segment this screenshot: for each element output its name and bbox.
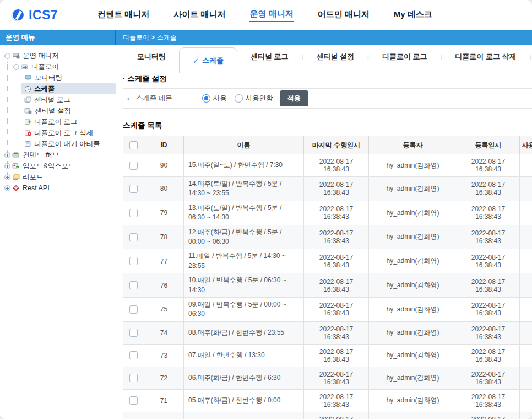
row-name: 15.매주(일~토) / 한번수행 / 7:30 bbox=[184, 154, 304, 177]
row-checkbox[interactable] bbox=[129, 209, 138, 217]
sidebar-item-label: 운영 매니저 bbox=[23, 51, 59, 61]
column-header-3: 등록자 bbox=[369, 136, 457, 154]
row-checkbox-cell bbox=[123, 412, 144, 419]
nav-item-0[interactable]: 컨텐트 매니저 bbox=[97, 9, 149, 22]
collapse-icon[interactable] bbox=[13, 64, 19, 70]
tab-4[interactable]: 디플로이 로그 bbox=[369, 52, 441, 62]
sidebar-item-9[interactable]: 컨텐트 허브 bbox=[0, 149, 116, 160]
sidebar-item-6[interactable]: 디플로이 로그 bbox=[0, 116, 116, 127]
row-name: 06.매주(화/금) / 한번수행 / 6:30 bbox=[184, 367, 304, 389]
sidebar-item-12[interactable]: Rest API bbox=[0, 182, 116, 194]
tab-label: 센티널 로그 bbox=[251, 52, 289, 62]
row-id: 76 bbox=[144, 273, 184, 298]
row-checkbox[interactable] bbox=[129, 162, 138, 170]
sidebar-item-10[interactable]: 임포트&익스포트 bbox=[0, 160, 116, 171]
row-registrant: hy_admin(김화영) bbox=[369, 249, 457, 273]
sidebar-item-label: 임포트&익스포트 bbox=[23, 162, 75, 171]
top-nav: 컨텐트 매니저사이트 매니저운영 매니저어드민 매니저My 데스크 bbox=[97, 9, 432, 22]
daemon-radio-option-1[interactable]: 사용안함 bbox=[235, 94, 273, 103]
settings-doc-icon bbox=[24, 108, 32, 114]
check-icon: ✓ bbox=[193, 57, 199, 65]
sidebar-item-8[interactable]: 디플로이 대기 아티클 bbox=[0, 138, 116, 149]
row-use bbox=[520, 412, 532, 419]
row-registrant: hy_admin(김화영) bbox=[369, 177, 457, 201]
nav-item-4[interactable]: My 데스크 bbox=[394, 9, 432, 22]
sidebar-item-2[interactable]: 모니터링 bbox=[0, 72, 116, 83]
apply-button[interactable]: 적용 bbox=[280, 90, 308, 106]
tab-0[interactable]: 모니터링 bbox=[124, 52, 179, 62]
tab-5[interactable]: 디플로이 로그 삭제 bbox=[442, 52, 529, 62]
table-row: 7408.매주(화/금) / 한번수행 / 23:552022-08-17 16… bbox=[123, 321, 532, 344]
table-row: 8014.매주(토/일) / 반복수행 / 5분 / 14:30 ~ 23:55… bbox=[123, 177, 532, 201]
row-checkbox-cell bbox=[123, 321, 144, 344]
row-id: 78 bbox=[144, 225, 184, 249]
column-header-5: 사용여부 bbox=[520, 136, 532, 154]
tab-2[interactable]: 센티널 로그 bbox=[237, 52, 302, 62]
row-checkbox[interactable] bbox=[129, 257, 138, 265]
sidebar-item-11[interactable]: 리포트 bbox=[0, 171, 116, 182]
row-id: 70 bbox=[144, 412, 184, 419]
sidebar-item-label: 디플로이 대기 아티클 bbox=[34, 139, 100, 149]
row-use bbox=[520, 249, 532, 273]
row-checkbox-cell bbox=[123, 367, 144, 389]
row-checkbox[interactable] bbox=[129, 351, 138, 359]
expand-icon[interactable] bbox=[4, 152, 10, 158]
tab-1[interactable]: ✓스케줄 bbox=[179, 47, 237, 73]
sidebar-item-label: Rest API bbox=[23, 184, 50, 192]
nav-item-1[interactable]: 사이트 매니저 bbox=[173, 9, 225, 22]
row-checkbox[interactable] bbox=[129, 374, 138, 382]
schedule-daemon-row: • 스케줄 데몬 사용사용안함 적용 bbox=[123, 88, 532, 109]
tab-bar: 모니터링✓스케줄센티널 로그|센티널 설정|디플로이 로그|디플로이 로그 삭제… bbox=[116, 45, 532, 68]
expand-icon[interactable] bbox=[4, 174, 10, 180]
daemon-radio-group: 사용사용안함 bbox=[202, 94, 273, 103]
tab-label: 모니터링 bbox=[137, 52, 166, 62]
row-reg-date: 2022-08-17 16:38:43 bbox=[457, 225, 520, 249]
radio-icon[interactable] bbox=[235, 94, 243, 103]
row-checkbox[interactable] bbox=[129, 281, 138, 289]
row-id: 80 bbox=[144, 177, 184, 201]
sidebar-item-7[interactable]: 디플로이 로그 삭제 bbox=[0, 127, 116, 138]
sidebar-title: 운영 메뉴 bbox=[0, 30, 116, 45]
row-checkbox-cell bbox=[123, 389, 144, 412]
select-all-checkbox[interactable] bbox=[129, 141, 138, 149]
daemon-radio-option-0[interactable]: 사용 bbox=[202, 94, 227, 103]
radio-icon[interactable] bbox=[202, 94, 210, 103]
sidebar-item-1[interactable]: 디플로이 bbox=[0, 61, 116, 72]
row-id: 90 bbox=[144, 154, 184, 177]
collapse-icon[interactable] bbox=[4, 53, 10, 59]
content-area: 스케줄 설정 • 스케줄 데몬 사용사용안함 적용 스케줄 목록 ID이름마지막… bbox=[116, 68, 532, 419]
monitor-gear-icon bbox=[12, 52, 20, 59]
row-use bbox=[520, 154, 532, 177]
row-checkbox-cell bbox=[123, 273, 144, 298]
bullet-icon: • bbox=[127, 95, 129, 102]
tab-3[interactable]: 센티널 설정 bbox=[303, 52, 367, 62]
table-row: 9015.매주(일~토) / 한번수행 / 7:302022-08-17 16:… bbox=[123, 154, 532, 177]
row-name: 12.매주(화/금) / 반복수행 / 5분 / 00:00 ~ 06:30 bbox=[184, 225, 304, 249]
row-name: 09.매일 / 반복수행 / 5분 / 00:00 ~ 06:30 bbox=[184, 297, 304, 321]
row-registrant: hy_admin(김화영) bbox=[369, 273, 457, 298]
row-reg-date: 2022-08-17 16:38:43 bbox=[457, 297, 520, 321]
row-checkbox[interactable] bbox=[129, 185, 138, 193]
sidebar-item-label: 디플로이 로그 삭제 bbox=[34, 128, 93, 138]
row-last-run: 2022-08-17 16:38:43 bbox=[304, 273, 369, 298]
row-name: 11.매일 / 반복수행 / 5분 / 14:30 ~ 23:55 bbox=[184, 249, 304, 273]
clock-icon bbox=[24, 85, 31, 93]
tab-label: 스케줄 bbox=[202, 56, 224, 66]
sidebar-item-4[interactable]: 센티널 로그 bbox=[0, 94, 116, 105]
row-checkbox[interactable] bbox=[129, 305, 138, 314]
nav-item-3[interactable]: 어드민 매니저 bbox=[318, 9, 370, 22]
row-checkbox[interactable] bbox=[129, 396, 138, 405]
row-id: 75 bbox=[144, 297, 184, 321]
expand-icon[interactable] bbox=[4, 185, 10, 191]
row-last-run: 2022-08-17 16:38:43 bbox=[304, 412, 369, 419]
row-checkbox[interactable] bbox=[129, 329, 138, 337]
sidebar-item-3[interactable]: 스케줄 bbox=[0, 83, 116, 94]
row-reg-date: 2022-08-17 16:38:43 bbox=[457, 367, 520, 389]
expand-icon[interactable] bbox=[4, 163, 10, 169]
row-last-run: 2022-08-17 16:38:43 bbox=[304, 321, 369, 344]
nav-item-2[interactable]: 운영 매니저 bbox=[249, 9, 293, 22]
sidebar-item-0[interactable]: 운영 매니저 bbox=[0, 50, 116, 61]
sidebar-item-5[interactable]: 센티널 설정 bbox=[0, 105, 116, 116]
row-last-run: 2022-08-17 16:38:43 bbox=[304, 344, 369, 367]
row-checkbox[interactable] bbox=[129, 233, 138, 241]
